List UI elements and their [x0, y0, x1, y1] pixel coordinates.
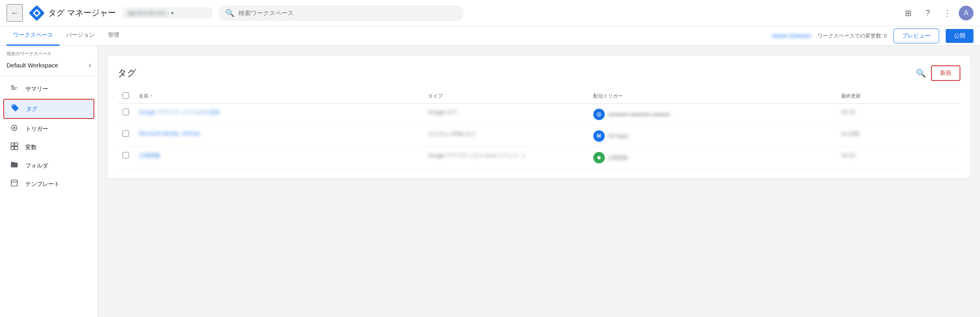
- grid-icon-button[interactable]: ⊞: [900, 5, 916, 21]
- svg-point-15: [598, 114, 600, 115]
- content-search-icon[interactable]: 🔍: [916, 68, 926, 78]
- svg-point-7: [13, 127, 16, 129]
- publish-button[interactable]: 公開: [946, 29, 973, 43]
- row2-trigger-icon: M: [593, 130, 605, 142]
- sidebar-item-templates[interactable]: テンプレート: [0, 175, 98, 193]
- row2-trigger: M All Pages: [588, 125, 837, 147]
- table-row: 注視情報 Google アナリティクス 4.4.4 イベント ト 注視情報: [118, 147, 960, 169]
- logo-area: タグ マネージャー: [29, 6, 116, 20]
- row3-name-link[interactable]: 注視情報: [139, 152, 160, 158]
- tab-version[interactable]: バージョン: [60, 26, 101, 46]
- help-icon-button[interactable]: ?: [920, 5, 936, 21]
- account-suffix: -: [167, 10, 169, 16]
- sidebar-item-tags[interactable]: タグ: [4, 100, 94, 118]
- header-actions: ⊞ ? ⋮ A: [900, 5, 973, 21]
- svg-rect-11: [15, 147, 18, 150]
- row3-checkbox-cell: [118, 147, 134, 169]
- row2-name: Microsoft Identity .4Virtual: [134, 125, 423, 147]
- row1-type: Google タグ: [423, 104, 588, 125]
- col-header-name: 名前 ↑: [134, 89, 423, 104]
- row2-checkbox-cell: [118, 125, 134, 147]
- sidebar-item-folders[interactable]: フォルダ: [0, 156, 98, 175]
- workspace-chevron-icon: ›: [89, 61, 91, 69]
- row2-checkbox[interactable]: [122, 130, 129, 137]
- sidebar-label-folders: フォルダ: [25, 162, 48, 170]
- svg-rect-10: [11, 147, 14, 150]
- row2-name-link[interactable]: Microsoft Identity .4Virtual: [139, 130, 200, 136]
- sub-header-nav: ワークスペース バージョン 管理 ●●●●● @●●●●● ワークスペースでの変…: [0, 26, 980, 46]
- sidebar-label-variables: 変数: [25, 144, 37, 151]
- more-menu-button[interactable]: ⋮: [939, 5, 956, 21]
- content-header: タグ 🔍 新規: [118, 65, 960, 81]
- row2-updated: Xx 日前: [836, 125, 960, 147]
- col-header-trigger: 配信トリガー: [588, 89, 837, 104]
- search-bar: 🔍: [219, 5, 464, 21]
- tags-table: 名前 ↑ タイプ 配信トリガー 最終更新 Google アナリティクス 4.4.…: [118, 89, 960, 169]
- sidebar-item-triggers[interactable]: トリガー: [0, 120, 98, 138]
- sidebar-item-variables[interactable]: 変数: [0, 138, 98, 156]
- account-selector[interactable]: app.furo-bb.com - ▾: [122, 7, 212, 18]
- variables-icon: [10, 142, 19, 152]
- row1-trigger: ●●●●●●● ●●●●●●● ●●●●●●: [588, 104, 837, 125]
- preview-button[interactable]: プレビュー: [893, 29, 939, 43]
- back-button[interactable]: ←: [7, 4, 23, 22]
- app-title: タグ マネージャー: [48, 7, 116, 18]
- row3-trigger: 注視情報: [588, 147, 837, 169]
- row1-name-link[interactable]: Google アナリティクス 4.4.4 設定: [139, 109, 220, 115]
- row1-trigger-icon: [593, 109, 605, 120]
- row1-trigger-text: ●●●●●●● ●●●●●●● ●●●●●●: [608, 112, 670, 117]
- table-header-row: 名前 ↑ タイプ 配信トリガー 最終更新: [118, 89, 960, 104]
- gtm-logo-icon: [29, 6, 44, 20]
- table-row: Microsoft Identity .4Virtual カスタム HTMLタグ…: [118, 125, 960, 147]
- more-icon: ⋮: [943, 8, 951, 18]
- select-all-checkbox[interactable]: [122, 92, 129, 99]
- workspace-name: Default Workspace: [7, 62, 58, 69]
- row3-updated: XX 日: [836, 147, 960, 169]
- row3-checkbox[interactable]: [122, 152, 129, 158]
- svg-rect-5: [11, 89, 16, 90]
- row3-trigger-cell: 注視情報: [593, 152, 832, 163]
- row2-trigger-text: All Pages: [608, 133, 629, 139]
- grid-icon: ⊞: [905, 8, 912, 18]
- row1-trigger-cell: ●●●●●●● ●●●●●●● ●●●●●●: [593, 109, 832, 120]
- row3-trigger-text: 注視情報: [608, 154, 628, 161]
- svg-point-16: [597, 156, 601, 159]
- row1-checkbox[interactable]: [122, 109, 129, 115]
- sidebar-nav: サマリー タグ トリガー: [0, 76, 98, 196]
- col-header-type: タイプ: [423, 89, 588, 104]
- sidebar-item-tags-wrapper: タグ: [3, 99, 94, 119]
- user-avatar[interactable]: A: [959, 6, 973, 20]
- svg-rect-12: [11, 180, 18, 186]
- new-tag-button[interactable]: 新規: [931, 65, 960, 81]
- row2-type: カスタム HTMLタグ: [423, 125, 588, 147]
- workspace-name-row[interactable]: Default Workspace ›: [7, 59, 91, 71]
- account-dropdown-arrow: ▾: [171, 10, 174, 16]
- tab-admin[interactable]: 管理: [101, 26, 126, 46]
- sidebar-label-tags: タグ: [26, 105, 38, 113]
- content-card: タグ 🔍 新規 名前 ↑ タイプ 配信トリガー 最終更新: [108, 56, 970, 179]
- main-layout: 現在のワークスペース Default Workspace › サマリー: [0, 46, 980, 317]
- row1-name: Google アナリティクス 4.4.4 設定: [134, 104, 423, 125]
- search-icon: 🔍: [225, 9, 234, 18]
- templates-icon: [10, 179, 19, 189]
- row3-name: 注視情報: [134, 147, 423, 169]
- summary-icon: [10, 84, 19, 94]
- top-header: ← タグ マネージャー app.furo-bb.com - ▾ 🔍 ⊞ ? ⋮ …: [0, 0, 980, 26]
- workspace-selector: 現在のワークスペース Default Workspace ›: [0, 46, 98, 76]
- help-icon: ?: [925, 8, 930, 18]
- col-select-all: [118, 89, 134, 104]
- tab-workspace[interactable]: ワークスペース: [7, 26, 60, 46]
- svg-rect-3: [11, 85, 14, 87]
- col-header-updated: 最終更新: [836, 89, 960, 104]
- sidebar-item-summary[interactable]: サマリー: [0, 80, 98, 98]
- table-row: Google アナリティクス 4.4.4 設定 Google タグ ●●●●●●…: [118, 104, 960, 125]
- avatar-initial: A: [964, 9, 969, 17]
- user-info: ●●●●● @●●●●●: [772, 33, 811, 39]
- content-header-actions: 🔍 新規: [916, 65, 960, 81]
- row3-type: Google アナリティクス 4.4.4 イベント ト: [423, 147, 588, 169]
- search-input[interactable]: [238, 9, 457, 16]
- content-title: タグ: [118, 67, 136, 79]
- svg-rect-8: [11, 143, 14, 146]
- sidebar-label-templates: テンプレート: [25, 181, 60, 188]
- account-name: app.furo-bb.com: [127, 10, 166, 16]
